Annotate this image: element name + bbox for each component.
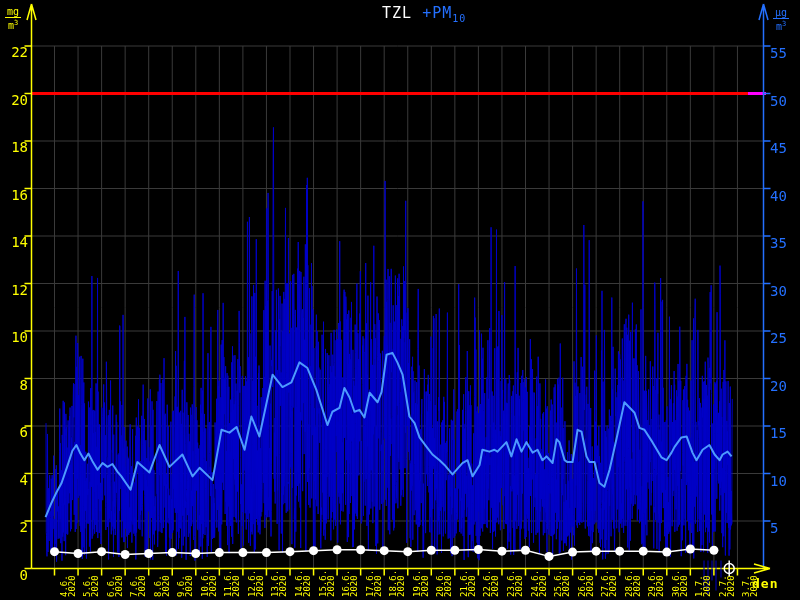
x-axis-date-label: 15.6. 2020	[319, 570, 335, 597]
right-axis-tick-label: 30	[770, 283, 800, 299]
left-axis-tick-label: 8	[0, 377, 28, 393]
chart-title-pm10: +PM10	[422, 4, 466, 22]
x-axis-date-label: 2.7. 2020	[719, 575, 735, 597]
x-axis-date-label: 13.6. 2020	[271, 570, 287, 597]
left-axis-tick-label: 22	[0, 44, 28, 60]
x-axis-date-label: 10.6. 2020	[201, 570, 217, 597]
right-axis-tick-label: 35	[770, 235, 800, 251]
air-quality-chart-window: TZL +PM10 mg m3 µg m3 den 02468101214161…	[0, 0, 800, 600]
right-axis-tick-label: 55	[770, 45, 800, 61]
x-axis-date-label: 20.6. 2020	[436, 570, 452, 597]
left-axis-tick-label: 20	[0, 92, 28, 108]
left-axis-tick-label: 14	[0, 234, 28, 250]
x-axis-date-label: 16.6. 2020	[342, 570, 358, 597]
right-axis-tick-label: 20	[770, 378, 800, 394]
x-axis-date-label: 27.6. 2020	[601, 570, 617, 597]
x-axis-date-label: 3.7. 2020	[742, 575, 758, 597]
x-axis-date-label: 1.7. 2020	[695, 575, 711, 597]
x-axis-date-label: 25.6. 2020	[554, 570, 570, 597]
left-axis-tick-label: 16	[0, 187, 28, 203]
x-axis-date-label: 6.6. 2020	[107, 575, 123, 597]
right-axis-tick-label: 25	[770, 330, 800, 346]
right-axis-unit-label: µg m3	[773, 7, 789, 32]
x-axis-date-label: 28.6. 2020	[625, 570, 641, 597]
x-axis-date-label: 17.6. 2020	[366, 570, 382, 597]
chart-title: TZL +PM10	[382, 4, 466, 24]
x-axis-date-label: 26.6. 2020	[578, 570, 594, 597]
x-axis-date-label: 30.6. 2020	[672, 570, 688, 597]
chart-title-tzl: TZL	[382, 4, 412, 22]
x-axis-date-label: 11.6. 2020	[224, 570, 240, 597]
x-axis-date-label: 5.6. 2020	[83, 575, 99, 597]
x-axis-date-label: 23.6. 2020	[507, 570, 523, 597]
x-axis-date-label: 29.6. 2020	[648, 570, 664, 597]
right-axis-tick-label: 10	[770, 473, 800, 489]
x-axis-date-label: 18.6. 2020	[389, 570, 405, 597]
x-axis-date-label: 4.6. 2020	[60, 575, 76, 597]
right-axis-tick-label: 5	[770, 520, 800, 536]
x-axis-date-label: 12.6. 2020	[248, 570, 264, 597]
x-axis-date-label: 21.6. 2020	[460, 570, 476, 597]
x-axis-date-label: 7.6. 2020	[130, 575, 146, 597]
left-axis-tick-label: 18	[0, 139, 28, 155]
x-axis-date-label: 9.6. 2020	[177, 575, 193, 597]
left-axis-unit-label: mg m3	[5, 6, 21, 31]
x-axis-date-label: 8.6. 2020	[154, 575, 170, 597]
left-axis-tick-label: 10	[0, 329, 28, 345]
left-axis-tick-label: 4	[0, 472, 28, 488]
x-axis-date-label: 22.6. 2020	[483, 570, 499, 597]
right-axis-tick-label: 40	[770, 188, 800, 204]
left-axis-tick-label: 12	[0, 282, 28, 298]
right-axis-tick-label: 45	[770, 140, 800, 156]
right-axis-tick-label: 15	[770, 425, 800, 441]
x-axis-date-label: 24.6. 2020	[531, 570, 547, 597]
chart-plot-canvas	[0, 0, 800, 600]
left-axis-tick-label: 0	[0, 567, 28, 583]
left-axis-tick-label: 2	[0, 519, 28, 535]
right-axis-tick-label: 50	[770, 93, 800, 109]
x-axis-date-label: 14.6. 2020	[295, 570, 311, 597]
x-axis-date-label: 19.6. 2020	[413, 570, 429, 597]
left-axis-tick-label: 6	[0, 424, 28, 440]
